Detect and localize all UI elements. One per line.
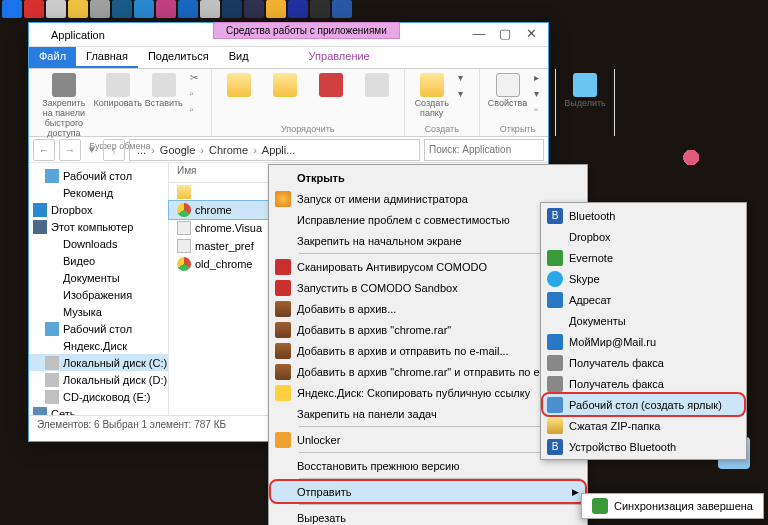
taskbar-icon[interactable] — [68, 0, 88, 18]
rename-button[interactable] — [356, 71, 398, 101]
menu-item[interactable]: Evernote — [543, 247, 744, 268]
menu-item[interactable]: Добавить в архив и отправить по e-mail..… — [271, 340, 585, 361]
menu-item[interactable]: Открыть — [271, 167, 585, 188]
paste-button[interactable]: Вставить — [143, 71, 185, 111]
breadcrumb[interactable]: Google — [157, 144, 198, 156]
tab-share[interactable]: Поделиться — [138, 47, 219, 68]
copy-button[interactable]: Копировать — [97, 71, 139, 111]
nav-item[interactable]: Рабочий стол — [29, 167, 168, 184]
breadcrumb[interactable]: Chrome — [206, 144, 251, 156]
menu-item[interactable]: Сжатая ZIP-папка — [543, 415, 744, 436]
delete-button[interactable] — [310, 71, 352, 101]
nav-item[interactable]: Локальный диск (D:) — [29, 371, 168, 388]
menu-item[interactable]: Unlocker — [271, 429, 585, 450]
nav-item[interactable]: Сеть — [29, 405, 168, 415]
pastelink-icon[interactable]: ▫ — [190, 104, 204, 118]
copypath-icon[interactable]: ▫ — [190, 88, 204, 102]
taskbar-icon[interactable] — [200, 0, 220, 18]
menu-item[interactable]: Отправить▶ — [271, 481, 585, 502]
menu-item[interactable]: Запустить в COMODO Sandbox — [271, 277, 585, 298]
menu-item[interactable]: Сканировать Антивирусом COMODO — [271, 256, 585, 277]
properties-button[interactable]: Свойства — [486, 71, 530, 111]
address-bar[interactable]: ...›Google›Chrome›Appli... — [129, 139, 420, 161]
newitem-icon[interactable]: ▾ — [458, 72, 472, 86]
menu-item[interactable]: Добавить в архив "chrome.rar" и отправит… — [271, 361, 585, 382]
menu-item[interactable]: Получатель факса — [543, 373, 744, 394]
navigation-pane[interactable]: Рабочий столРекомендDropboxЭтот компьюте… — [29, 163, 169, 415]
menu-item[interactable]: Яндекс.Диск: Скопировать публичную ссылк… — [271, 382, 585, 403]
search-input[interactable] — [424, 139, 544, 161]
taskbar-icon[interactable] — [178, 0, 198, 18]
menu-item[interactable]: BBluetooth — [543, 205, 744, 226]
menu-item[interactable]: Рабочий стол (создать ярлык) — [543, 394, 744, 415]
taskbar-icon[interactable] — [46, 0, 66, 18]
menu-item[interactable]: Skype — [543, 268, 744, 289]
tab-manage[interactable]: Управление — [299, 47, 380, 68]
menu-item[interactable]: Исправление проблем с совместимостью — [271, 209, 585, 230]
taskbar-icon[interactable] — [90, 0, 110, 18]
maximize-button[interactable]: ▢ — [492, 25, 518, 45]
menu-item[interactable]: Dropbox — [543, 226, 744, 247]
edit-icon[interactable]: ▾ — [534, 88, 548, 102]
select-button[interactable]: Выделить — [562, 71, 608, 111]
forward-button[interactable]: → — [59, 139, 81, 161]
nav-item[interactable]: Dropbox — [29, 201, 168, 218]
back-button[interactable]: ← — [33, 139, 55, 161]
nav-item[interactable]: Видео — [29, 252, 168, 269]
tab-home[interactable]: Главная — [76, 47, 138, 68]
taskbar-icon[interactable] — [244, 0, 264, 18]
breadcrumb[interactable]: ... — [134, 144, 149, 156]
taskbar-icon[interactable] — [156, 0, 176, 18]
ribbon: Закрепить на панели быстрого доступа Коп… — [29, 69, 548, 137]
notification-toast[interactable]: Синхронизация завершена — [581, 493, 764, 519]
menu-item[interactable]: Восстановить прежнюю версию — [271, 455, 585, 476]
copyto-button[interactable] — [264, 71, 306, 101]
nav-item[interactable]: Рабочий стол — [29, 320, 168, 337]
newfolder-button[interactable]: Создать папку — [411, 71, 453, 121]
nav-item[interactable]: Документы — [29, 269, 168, 286]
nav-item[interactable]: CD-дисковод (E:) — [29, 388, 168, 405]
menu-item[interactable]: Документы — [543, 310, 744, 331]
open-icon[interactable]: ▸ — [534, 72, 548, 86]
history-icon[interactable]: ▫ — [534, 104, 548, 118]
nav-item[interactable]: Downloads — [29, 235, 168, 252]
menu-item[interactable]: Адресат — [543, 289, 744, 310]
nav-item[interactable]: Локальный диск (C:) — [29, 354, 168, 371]
taskbar-icon[interactable] — [266, 0, 286, 18]
taskbar-icon[interactable] — [222, 0, 242, 18]
nav-item[interactable]: Музыка — [29, 303, 168, 320]
nav-item[interactable]: Изображения — [29, 286, 168, 303]
menu-item[interactable]: МойМир@Mail.ru — [543, 331, 744, 352]
tab-view[interactable]: Вид — [219, 47, 259, 68]
menu-item[interactable]: Получатель факса — [543, 352, 744, 373]
taskbar-icon[interactable] — [24, 0, 44, 18]
menu-item[interactable]: Закрепить на начальном экране — [271, 230, 585, 251]
sendto-submenu: BBluetoothDropboxEvernoteSkypeАдресатДок… — [540, 202, 747, 460]
menu-item[interactable]: Добавить в архив "chrome.rar" — [271, 319, 585, 340]
easyaccess-icon[interactable]: ▾ — [458, 88, 472, 102]
breadcrumb[interactable]: Appli... — [259, 144, 299, 156]
taskbar-icon[interactable] — [310, 0, 330, 18]
menu-item[interactable]: BУстройство Bluetooth — [543, 436, 744, 457]
minimize-button[interactable]: — — [466, 25, 492, 45]
nav-item[interactable]: Яндекс.Диск — [29, 337, 168, 354]
taskbar-icon[interactable] — [134, 0, 154, 18]
tab-file[interactable]: Файл — [29, 47, 76, 68]
taskbar-icon[interactable] — [112, 0, 132, 18]
nav-item[interactable]: Рекоменд — [29, 184, 168, 201]
taskbar-icon[interactable] — [332, 0, 352, 18]
moveto-button[interactable] — [218, 71, 260, 101]
close-button[interactable]: ✕ — [518, 25, 544, 45]
up-button[interactable]: ↑ — [103, 139, 125, 161]
menu-item[interactable]: Закрепить на панели задач — [271, 403, 585, 424]
folder-icon — [33, 28, 47, 42]
taskbar-icon[interactable] — [2, 0, 22, 18]
menu-item[interactable]: Добавить в архив... — [271, 298, 585, 319]
nav-item[interactable]: Этот компьютер — [29, 218, 168, 235]
taskbar-icon[interactable] — [288, 0, 308, 18]
recent-button[interactable]: ▾ — [85, 139, 99, 161]
menu-item[interactable]: Вырезать — [271, 507, 585, 525]
pin-button[interactable]: Закрепить на панели быстрого доступа — [35, 71, 93, 141]
menu-item[interactable]: Запуск от имени администратора — [271, 188, 585, 209]
cut-icon[interactable]: ✂ — [190, 72, 204, 86]
